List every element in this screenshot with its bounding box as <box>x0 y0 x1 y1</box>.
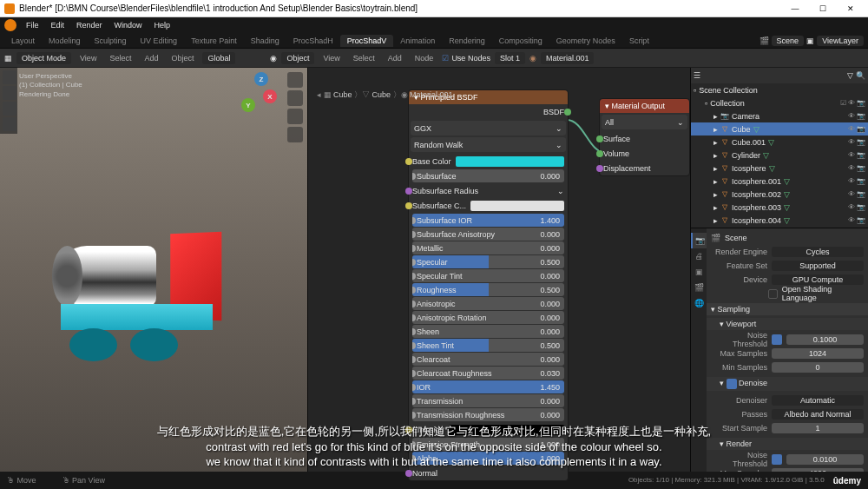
item-icosphere[interactable]: ▸▽Icosphere▽👁📷 <box>691 162 868 175</box>
bsdf-roughness[interactable]: Roughness0.500 <box>412 283 564 296</box>
shader-editor-icon[interactable]: ◉ <box>270 54 277 63</box>
vp-camera-icon[interactable] <box>287 109 303 124</box>
tool-move[interactable] <box>3 102 16 116</box>
bsdf-subsurface-ior[interactable]: Subsurface IOR1.400 <box>412 214 564 227</box>
item-cube[interactable]: ▸▽Cube▽👁📷 <box>691 122 868 135</box>
tab-uv[interactable]: UV Editing <box>134 35 185 47</box>
node-principled-bsdf[interactable]: ▾ Principled BSDF BSDF GGX⌄ Random Walk⌄… <box>408 89 569 481</box>
use-nodes-toggle[interactable]: ☑Use Nodes <box>442 54 490 63</box>
tab-texture[interactable]: Texture Paint <box>184 35 244 47</box>
tab-scripting[interactable]: Script <box>622 35 656 47</box>
passes-select[interactable]: Albedo and Normal <box>772 409 864 420</box>
gizmo-z-axis[interactable]: Z <box>254 72 268 86</box>
item-camera[interactable]: ▸📷Camera👁📷 <box>691 109 868 122</box>
osl-toggle[interactable]: Open Shading Language <box>782 285 864 302</box>
bsdf-clearcoat-roughness[interactable]: Clearcoat Roughness0.030 <box>412 367 564 380</box>
menu-help[interactable]: Help <box>149 19 176 31</box>
gizmo-y-axis[interactable]: Y <box>241 98 255 112</box>
tab-scene-props[interactable]: 🎬 <box>691 280 707 295</box>
bsdf-subsurface-aniso[interactable]: Subsurface Anisotropy0.000 <box>412 228 564 241</box>
output-displacement[interactable]: Displacement <box>600 161 689 175</box>
section-viewport[interactable]: ▾ Viewport <box>707 318 868 330</box>
item-icosphere002[interactable]: ▸▽Icosphere.002▽👁📷 <box>691 188 868 201</box>
sh-menu-node[interactable]: Node <box>411 52 438 64</box>
tab-world-props[interactable]: 🌐 <box>691 295 707 311</box>
vp-min-samples[interactable]: 0 <box>772 362 864 373</box>
device-select[interactable]: GPU Compute <box>772 274 864 285</box>
navigation-gizmo[interactable]: X Y Z <box>238 72 281 116</box>
tab-rendering[interactable]: Rendering <box>442 35 492 47</box>
tab-procshadv[interactable]: ProcShadV <box>340 35 394 47</box>
bsdf-transmission-roughness[interactable]: Transmission Roughness0.000 <box>412 408 564 421</box>
vp-menu-add[interactable]: Add <box>140 52 162 64</box>
bsdf-distribution[interactable]: GGX⌄ <box>411 121 566 135</box>
section-denoise[interactable]: ▾ Denoise <box>707 377 868 391</box>
bsdf-transmission[interactable]: Transmission0.000 <box>412 394 564 407</box>
transform-orientation[interactable]: Global <box>202 52 235 64</box>
tab-output-props[interactable]: 🖨 <box>691 248 707 264</box>
bsdf-sheen-tint[interactable]: Sheen Tint0.500 <box>412 339 564 352</box>
menu-render[interactable]: Render <box>71 19 108 31</box>
output-surface[interactable]: Surface <box>600 131 689 146</box>
sh-menu-add[interactable]: Add <box>384 52 406 64</box>
blender-logo-icon[interactable] <box>4 19 16 31</box>
tool-cursor[interactable] <box>3 86 16 100</box>
item-icosphere004[interactable]: ▸▽Icosphere.004▽👁📷 <box>691 214 868 227</box>
outliner-collection[interactable]: ▫ Collection ☑👁📷 <box>691 96 868 109</box>
render-engine-select[interactable]: Cycles <box>772 247 864 257</box>
maximize-button[interactable]: ☐ <box>810 1 836 17</box>
close-button[interactable]: ✕ <box>838 1 864 17</box>
minimize-button[interactable]: — <box>782 1 808 17</box>
item-cylinder[interactable]: ▸▽Cylinder▽👁📷 <box>691 149 868 162</box>
scene-selector[interactable]: Scene <box>772 36 805 46</box>
sh-menu-view[interactable]: View <box>319 52 344 64</box>
bsdf-subsurface-color[interactable]: Subsurface C... <box>409 198 568 213</box>
output-header[interactable]: ▾ Material Output <box>600 99 689 113</box>
tab-animation[interactable]: Animation <box>393 35 442 47</box>
item-icosphere001[interactable]: ▸▽Icosphere.001▽👁📷 <box>691 175 868 188</box>
vp-noise-check[interactable] <box>772 334 782 345</box>
vp-menu-object[interactable]: Object <box>167 52 198 64</box>
slot-selector[interactable]: Slot 1 <box>495 52 525 64</box>
menu-edit[interactable]: Edit <box>46 19 70 31</box>
shader-type[interactable]: Object <box>281 52 314 64</box>
feature-set-select[interactable]: Supported <box>772 261 864 271</box>
outliner-filter-icon[interactable]: ▽ <box>847 71 853 80</box>
tab-layout[interactable]: Layout <box>4 35 42 47</box>
outliner-scene-collection[interactable]: ▫ Scene Collection <box>691 83 868 96</box>
vp-move-icon[interactable] <box>287 90 303 106</box>
tab-viewlayer-props[interactable]: ▣ <box>691 264 707 280</box>
bsdf-anisotropic[interactable]: Anisotropic0.000 <box>412 297 564 310</box>
menu-file[interactable]: File <box>21 19 44 31</box>
viewlayer-selector[interactable]: ViewLayer <box>817 36 864 46</box>
output-target[interactable]: All⌄ <box>602 115 687 129</box>
tab-shading[interactable]: Shading <box>244 35 286 47</box>
material-selector[interactable]: Material.001 <box>541 52 595 64</box>
editor-type-icon[interactable]: ▦ <box>4 54 12 63</box>
output-volume[interactable]: Volume <box>600 146 689 161</box>
sh-menu-select[interactable]: Select <box>349 52 379 64</box>
vp-perspective-icon[interactable] <box>287 127 303 142</box>
tab-render-props[interactable]: 📷 <box>691 233 707 248</box>
tab-compositing[interactable]: Compositing <box>492 35 549 47</box>
vp-noise-value[interactable]: 0.1000 <box>786 334 864 345</box>
bsdf-subsurface[interactable]: Subsurface0.000 <box>412 169 564 182</box>
vp-max-samples[interactable]: 1024 <box>772 348 864 359</box>
outliner-display-mode-icon[interactable]: ☰ <box>694 71 700 80</box>
tab-geonodes[interactable]: Geometry Nodes <box>549 35 622 47</box>
bsdf-subsurface-method[interactable]: Random Walk⌄ <box>411 137 566 152</box>
tab-modeling[interactable]: Modeling <box>42 35 88 47</box>
tab-sculpting[interactable]: Sculpting <box>88 35 134 47</box>
bsdf-specular-tint[interactable]: Specular Tint0.000 <box>412 269 564 282</box>
bsdf-sheen[interactable]: Sheen0.000 <box>412 325 564 338</box>
gizmo-x-axis[interactable]: X <box>263 89 277 103</box>
item-icosphere003[interactable]: ▸▽Icosphere.003▽👁📷 <box>691 201 868 214</box>
tab-procshadh[interactable]: ProcShadH <box>286 35 340 47</box>
node-material-output[interactable]: ▾ Material Output All⌄ Surface Volume Di… <box>599 98 690 176</box>
bsdf-metallic[interactable]: Metallic0.000 <box>412 241 564 254</box>
bsdf-subsurface-radius[interactable]: Subsurface Radius⌄ <box>409 183 568 198</box>
bsdf-clearcoat[interactable]: Clearcoat0.000 <box>412 353 564 366</box>
item-cube001[interactable]: ▸▽Cube.001▽👁📷 <box>691 135 868 149</box>
bsdf-specular[interactable]: Specular0.500 <box>412 255 564 268</box>
tool-select-box[interactable] <box>3 70 16 84</box>
